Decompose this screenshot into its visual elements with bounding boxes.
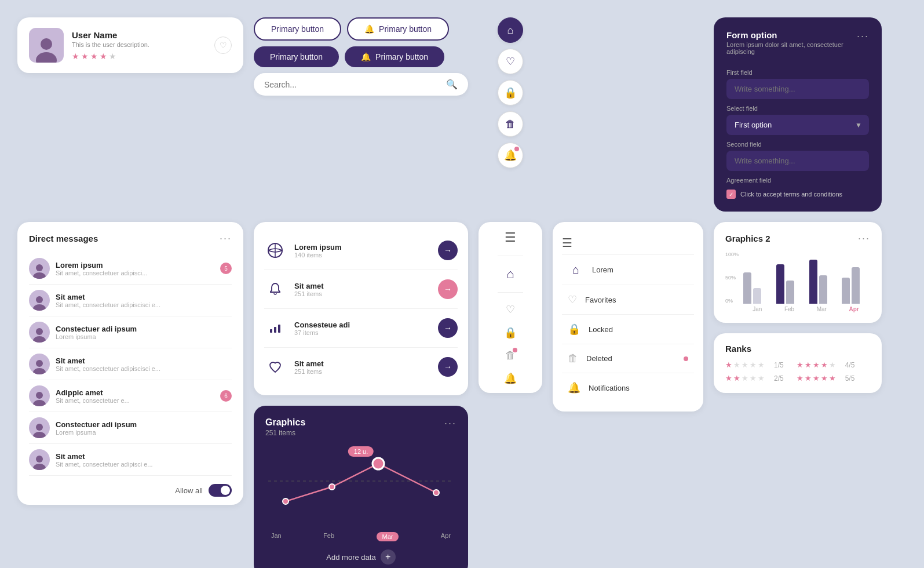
nav-heart-icon-small[interactable]: ♡ (506, 303, 515, 316)
sidenav-hamburger-icon[interactable]: ☰ (562, 231, 694, 254)
nav-lock-icon-small[interactable]: 🔒 (504, 326, 517, 339)
rank-star-r2-2: ★ (805, 374, 812, 383)
sidenav-item-locked[interactable]: 🔒 Locked (562, 314, 694, 344)
svg-point-3 (33, 272, 46, 279)
primary-button-filled-1[interactable]: Primary button (254, 46, 339, 67)
nav-heart-button[interactable]: ♡ (498, 49, 523, 74)
agreement-checkbox[interactable]: ✓ (726, 190, 736, 199)
svg-point-7 (33, 336, 46, 343)
rank-star-r2-3: ★ (813, 374, 820, 383)
form-title: Form option (726, 30, 857, 40)
star-2: ★ (81, 52, 89, 61)
x-label-feb: Feb (323, 532, 334, 541)
nav-bell-icon-small[interactable]: 🔔 (504, 372, 517, 385)
search-input[interactable] (264, 80, 441, 89)
list-count-2: 251 items (294, 290, 430, 297)
rank-fraction-left-2: 2/5 (774, 374, 784, 383)
second-field-input[interactable] (726, 151, 869, 171)
sidenav-item-favorites[interactable]: ♡ Favorites (562, 285, 694, 314)
dm-name-5: Adippic amet (56, 388, 214, 397)
arrow-button-3[interactable]: → (438, 318, 458, 338)
dm-item-7[interactable]: Sit amet Sit amet, consectetuer adipisci… (29, 444, 232, 476)
nav-home-button[interactable]: ⌂ (498, 17, 523, 43)
rank-stars-left-2: ★ ★ ★ ★ ★ (725, 374, 765, 383)
form-menu-button[interactable]: ··· (857, 30, 869, 42)
sidenav-bell-icon: 🔔 (568, 381, 580, 394)
svg-point-23 (329, 484, 335, 490)
svg-point-5 (33, 304, 46, 311)
nav-lock-button[interactable]: 🔒 (498, 80, 523, 105)
button-label: Primary button (375, 52, 428, 61)
add-icon: + (381, 549, 396, 565)
dm-avatar-6 (29, 417, 50, 438)
list-item-4[interactable]: Sit amet 251 items → (264, 348, 458, 386)
list-item-1[interactable]: Lorem ipsum 140 items → (264, 231, 458, 270)
rank-fraction-left-1: 1/5 (774, 361, 784, 369)
rank-star-l2-3: ★ (742, 374, 748, 383)
list-name-2: Sit amet (294, 282, 430, 290)
dm-menu-button[interactable]: ··· (220, 232, 232, 245)
agreement-field-label: Agreement field (726, 177, 869, 184)
rank-star-r1-2: ★ (805, 361, 812, 369)
select-field[interactable]: First option Second option (726, 115, 869, 135)
dm-sub-5: Sit amet, consectetuer e... (56, 397, 214, 404)
graphics2-card: Graphics 2 ··· 100% 50% 0% (714, 222, 882, 323)
rank-star-l2-1: ★ (725, 374, 732, 383)
sidenav-item-deleted[interactable]: 🗑 Deleted (562, 344, 694, 373)
dm-item-6[interactable]: Constectuer adi ipsum Lorem ipsuma (29, 412, 232, 444)
search-bar: 🔍 (254, 73, 468, 96)
star-5: ★ (109, 52, 116, 61)
favorite-button[interactable]: ♡ (214, 37, 232, 54)
icon-circle-nav: ⌂ ♡ 🔒 🗑 🔔 (479, 17, 542, 168)
graphics-menu-button[interactable]: ··· (444, 417, 456, 429)
dm-item-5[interactable]: Adippic amet Sit amet, consectetuer e...… (29, 380, 232, 412)
svg-point-22 (283, 498, 288, 504)
nav-bell-button[interactable]: 🔔 (498, 143, 523, 168)
nav-home-icon-small[interactable]: ⌂ (506, 267, 514, 282)
arrow-button-4[interactable]: → (438, 357, 458, 377)
rank-star-r2-1: ★ (797, 374, 804, 383)
allow-all-toggle[interactable] (209, 484, 232, 497)
bar-chart: 100% 50% 0% (725, 252, 870, 304)
list-count-3: 37 items (294, 329, 430, 336)
dm-item-1[interactable]: Lorem ipsum Sit amet, consectetuer adipi… (29, 253, 232, 285)
svg-point-10 (36, 392, 43, 399)
dm-item-3[interactable]: Constectuer adi ipsum Lorem ipsuma (29, 316, 232, 348)
sidenav-home-label: Lorem (592, 265, 613, 274)
search-icon[interactable]: 🔍 (446, 79, 458, 90)
primary-button-filled-bell[interactable]: 🔔 Primary button (345, 46, 444, 67)
divider (498, 256, 523, 256)
list-item-2[interactable]: Sit amet 251 items → (264, 270, 458, 309)
sidenav-item-home[interactable]: ⌂ Lorem (562, 254, 694, 285)
rank-star-r1-5: ★ (829, 361, 836, 369)
dm-item-2[interactable]: Sit amet Sit amet, consectetuer adipisci… (29, 285, 232, 316)
rank-star-l1-3: ★ (742, 361, 748, 369)
add-more-button[interactable]: Add more data + (265, 549, 456, 565)
arrow-button-2[interactable]: → (438, 279, 458, 299)
dm-text-3: Constectuer adi ipsum Lorem ipsuma (56, 325, 232, 340)
nav-trash-button[interactable]: 🗑 (498, 111, 523, 137)
button-label: Primary button (379, 24, 432, 34)
primary-button-outline-bell[interactable]: 🔔 Primary button (347, 17, 449, 41)
svg-point-24 (372, 458, 384, 469)
list-text-1: Lorem ipsum 140 items (294, 243, 430, 258)
sidenav-card: ☰ ⌂ Lorem ♡ Favorites 🔒 Locked 🗑 Deleted… (553, 222, 703, 412)
primary-button-outline-1[interactable]: Primary button (254, 17, 341, 41)
rank-star-l2-5: ★ (758, 374, 765, 383)
graphics2-menu-button[interactable]: ··· (858, 232, 870, 245)
svg-point-13 (33, 432, 46, 438)
nav-trash-icon-small[interactable]: 🗑 (505, 349, 516, 362)
form-card: Form option Lorem ipsum dolor sit amet, … (714, 17, 882, 212)
bell-icon: 🔔 (361, 52, 371, 61)
bar-apr-2 (852, 267, 860, 304)
dm-sub-4: Sit amet, consectetuer adipiscisci e... (56, 365, 232, 372)
dm-text-6: Constectuer adi ipsum Lorem ipsuma (56, 420, 232, 436)
list-item-3[interactable]: Consesteue adi 37 items → (264, 309, 458, 348)
sidenav-item-notifications[interactable]: 🔔 Notifications (562, 373, 694, 402)
dm-item-4[interactable]: Sit amet Sit amet, consectetuer adipisci… (29, 348, 232, 380)
bar-mar-2 (819, 275, 827, 304)
bar-label-mar: Mar (817, 306, 827, 312)
first-field-input[interactable] (726, 79, 869, 99)
arrow-button-1[interactable]: → (438, 241, 458, 260)
hamburger-menu-icon[interactable]: ☰ (505, 230, 516, 245)
